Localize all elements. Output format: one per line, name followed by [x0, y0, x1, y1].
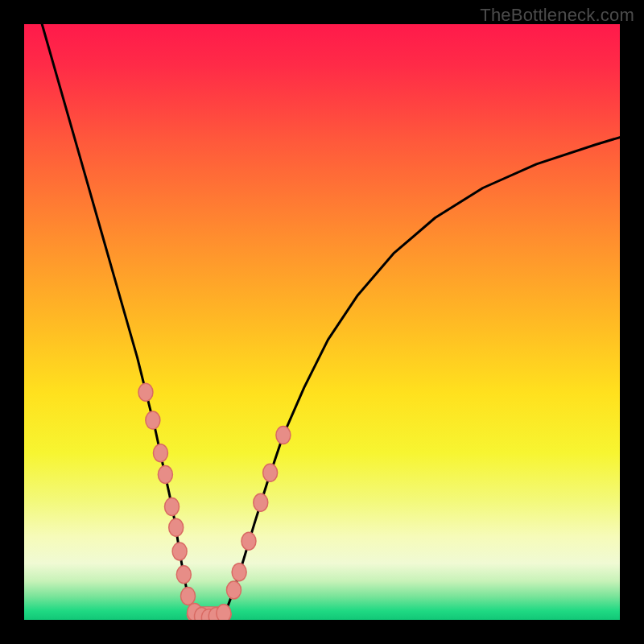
- data-marker: [181, 587, 196, 605]
- data-marker: [176, 566, 191, 584]
- data-marker: [226, 581, 241, 599]
- chart-svg: [24, 24, 620, 620]
- plot-area: [24, 24, 620, 620]
- data-marker: [169, 518, 184, 536]
- data-marker: [263, 464, 278, 481]
- data-marker: [172, 543, 187, 560]
- data-marker: [146, 411, 160, 429]
- data-marker: [165, 497, 180, 515]
- data-marker: [158, 465, 172, 483]
- data-marker: [242, 532, 256, 550]
- data-marker: [254, 493, 268, 511]
- data-marker: [276, 427, 291, 444]
- data-marker: [217, 605, 231, 620]
- data-marker: [153, 444, 167, 462]
- gradient-background: [24, 24, 620, 620]
- data-marker: [138, 383, 153, 401]
- chart-frame: TheBottleneck.com: [0, 0, 644, 644]
- data-marker: [232, 564, 246, 581]
- watermark-text: TheBottleneck.com: [480, 5, 634, 26]
